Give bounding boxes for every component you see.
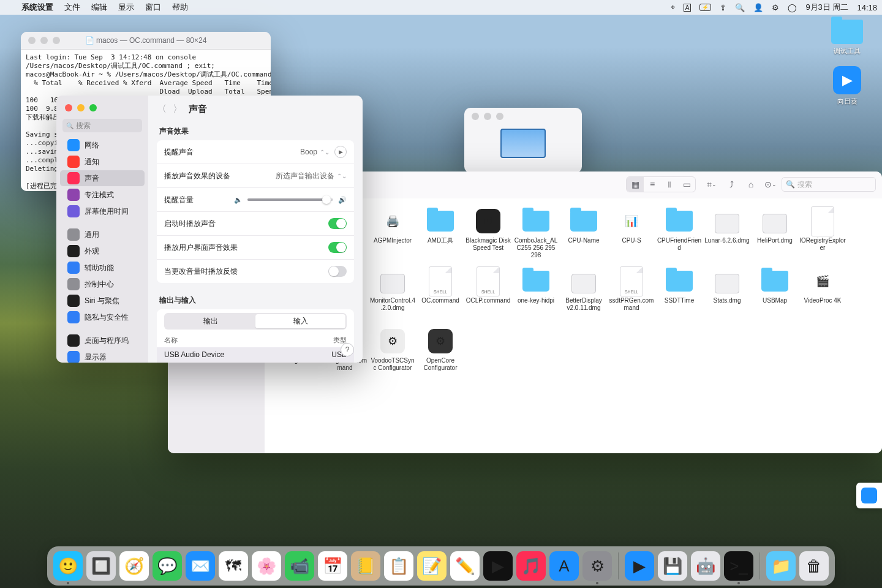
sidebar-item[interactable]: 通知 <box>60 154 145 170</box>
dock-terminal[interactable]: >_ <box>724 551 753 581</box>
finder-item[interactable]: Stats.dmg <box>703 267 751 323</box>
finder-item[interactable]: MonitorControl.4.2.0.dmg <box>369 267 417 323</box>
help-button[interactable]: ? <box>341 343 354 356</box>
close-button[interactable] <box>28 37 36 44</box>
dock-reminders[interactable]: 📋 <box>384 551 413 581</box>
seg-input[interactable]: 输入 <box>255 314 345 328</box>
finder-item[interactable]: HeliPort.dmg <box>751 207 799 263</box>
dock-settings[interactable]: ⚙ <box>582 551 612 581</box>
dock-music[interactable]: 🎵 <box>516 551 546 581</box>
finder-item[interactable]: SHELLOC.command <box>417 267 464 323</box>
dock-calendar[interactable]: 📅 <box>318 551 347 581</box>
menu-window[interactable]: 窗口 <box>140 2 167 13</box>
finder-item[interactable]: ⚙VoodooTSCSync Configurator <box>369 327 417 383</box>
view-list-icon[interactable]: ≡ <box>644 177 661 192</box>
dock-tv[interactable]: ▶ <box>483 551 513 581</box>
dock-maps[interactable]: 🗺 <box>219 551 248 581</box>
dock-sunlogin[interactable]: ▶ <box>625 551 654 581</box>
dock-launchpad[interactable]: 🔲 <box>86 551 116 581</box>
close-button[interactable] <box>65 104 72 111</box>
io-segmented-control[interactable]: 输出 输入 <box>164 313 347 330</box>
status-battery-icon[interactable]: ⚡ <box>699 4 711 11</box>
sidebar-item[interactable]: 声音 <box>60 170 145 186</box>
dock-freeform[interactable]: ✏️ <box>450 551 480 581</box>
status-cursor-icon[interactable]: ⌖ <box>671 2 675 12</box>
zoom-button[interactable] <box>496 113 503 120</box>
finder-item[interactable]: ComboJack_ALC255 256 295 298 <box>512 207 560 263</box>
finder-item[interactable]: 🎬VideoProc 4K <box>799 267 846 323</box>
finder-item[interactable]: SHELLssdtPRGen.command <box>608 267 655 323</box>
finder-search[interactable]: 🔍 搜索 <box>782 177 876 192</box>
status-time[interactable]: 14:18 <box>857 3 877 12</box>
status-shortcuts-icon[interactable]: ⇪ <box>720 3 726 12</box>
nav-back-icon[interactable]: 〈 <box>157 103 167 116</box>
finder-item[interactable]: 📊CPU-S <box>608 207 655 263</box>
sidebar-item[interactable]: 外观 <box>60 243 145 259</box>
finder-item[interactable]: SSDTTime <box>655 267 703 323</box>
minimize-button[interactable] <box>77 104 85 111</box>
minimize-button[interactable] <box>484 113 491 120</box>
finder-item[interactable]: BetterDisplay v2.0.11.dmg <box>560 267 608 323</box>
dock-appstore[interactable]: A <box>549 551 579 581</box>
minimize-button[interactable] <box>40 37 48 44</box>
view-icon-icon[interactable]: ▦ <box>627 177 644 192</box>
dock-downloads[interactable]: 📁 <box>766 551 796 581</box>
ui-sound-toggle[interactable] <box>328 242 347 253</box>
terminal-titlebar[interactable]: 📄 macos — OC.command — 80×24 <box>21 32 271 50</box>
sidebar-item[interactable]: 通用 <box>60 227 145 243</box>
sidebar-item[interactable]: 控制中心 <box>60 276 145 292</box>
view-gallery-icon[interactable]: ▭ <box>678 177 695 192</box>
finder-item[interactable]: ⚙OpenCore Configurator <box>417 327 464 383</box>
status-siri-icon[interactable]: ◯ <box>788 3 797 12</box>
status-control-center-icon[interactable]: ⚙ <box>772 3 779 12</box>
finder-item[interactable]: AMD工具 <box>417 207 464 263</box>
dock-diskutil[interactable]: 💾 <box>658 551 687 581</box>
finder-item[interactable]: one-key-hidpi <box>512 267 560 323</box>
alert-sound-select[interactable]: Boop⌃⌄ <box>300 148 330 156</box>
play-alert-button[interactable]: ▶ <box>334 146 347 158</box>
dock-safari[interactable]: 🧭 <box>119 551 149 581</box>
menu-help[interactable]: 帮助 <box>167 2 194 13</box>
finder-item[interactable]: SHELLOCLP.command <box>464 267 512 323</box>
sunlogin-widget[interactable] <box>856 483 882 508</box>
menu-view[interactable]: 显示 <box>113 2 140 13</box>
sidebar-item[interactable]: 网络 <box>60 137 145 153</box>
share-icon[interactable]: ⤴ <box>723 177 740 192</box>
menu-edit[interactable]: 编辑 <box>86 2 113 13</box>
view-column-icon[interactable]: ⫴ <box>661 177 678 192</box>
close-button[interactable] <box>472 113 479 120</box>
finder-item[interactable]: USBMap <box>751 267 799 323</box>
seg-output[interactable]: 输出 <box>165 314 255 328</box>
volume-feedback-toggle[interactable] <box>328 266 347 277</box>
dock-photos[interactable]: 🌸 <box>252 551 281 581</box>
about-mac-window[interactable] <box>464 108 582 173</box>
finder-item[interactable]: Lunar-6.2.6.dmg <box>703 207 751 263</box>
sidebar-item[interactable]: 隐私与安全性 <box>60 309 145 325</box>
settings-search[interactable]: 搜索 <box>62 119 142 132</box>
tag-icon[interactable]: ⌂ <box>742 177 760 192</box>
status-users-icon[interactable]: 👤 <box>753 3 763 12</box>
sidebar-item[interactable]: Siri 与聚焦 <box>60 293 145 309</box>
zoom-button[interactable] <box>53 37 60 44</box>
status-input-icon[interactable]: A <box>684 4 692 12</box>
status-spotlight-icon[interactable]: 🔍 <box>735 3 745 12</box>
finder-item[interactable]: ⏱Blackmagic Disk Speed Test <box>464 207 512 263</box>
app-menu[interactable]: 系统设置 <box>16 2 59 13</box>
dock-messages[interactable]: 💬 <box>153 551 182 581</box>
finder-item[interactable]: CPU-Name <box>560 207 608 263</box>
view-mode-group[interactable]: ▦ ≡ ⫴ ▭ <box>626 176 696 192</box>
system-settings-window[interactable]: 搜索 网络通知声音专注模式屏幕使用时间通用外观辅助功能控制中心Siri 与聚焦隐… <box>56 96 363 363</box>
action-icon[interactable]: ⊙⌄ <box>762 177 779 192</box>
dock-trash[interactable]: 🗑 <box>799 551 829 581</box>
dock-mail[interactable]: ✉️ <box>186 551 215 581</box>
startup-sound-toggle[interactable] <box>328 218 347 229</box>
dock-automator[interactable]: 🤖 <box>691 551 720 581</box>
device-row[interactable]: USB Audio DeviceUSB <box>157 347 354 362</box>
status-date[interactable]: 9月3日 周二 <box>805 2 848 13</box>
sidebar-item[interactable]: 专注模式 <box>60 187 145 203</box>
finder-item[interactable]: IORegistryExplorer <box>799 207 846 263</box>
finder-item[interactable]: CPUFriendFriend <box>655 207 703 263</box>
zoom-button[interactable] <box>89 104 97 111</box>
sidebar-item[interactable]: 辅助功能 <box>60 260 145 276</box>
desktop-app-sunlogin[interactable]: ▶ 向日葵 <box>824 66 870 106</box>
